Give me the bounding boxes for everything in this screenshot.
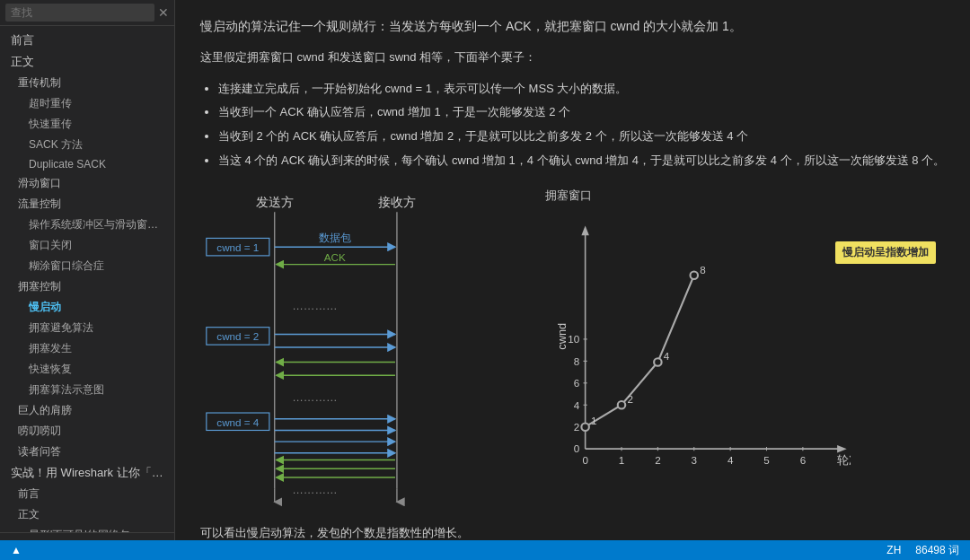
- chart-title: 拥塞窗口: [545, 188, 945, 204]
- main-content: 慢启动的算法记住一个规则就行：当发送方每收到一个 ACK，就把塞窗口 cwnd …: [175, 0, 970, 560]
- cwnd2-label: cwnd = 2: [216, 331, 259, 343]
- sidebar-item[interactable]: 巨人的肩膀: [0, 400, 174, 421]
- sidebar-item[interactable]: 流量控制: [0, 194, 174, 214]
- sidebar-item[interactable]: 窗口关闭: [0, 235, 174, 256]
- intro-text: 慢启动的算法记住一个规则就行：当发送方每收到一个 ACK，就把塞窗口 cwnd …: [200, 16, 945, 38]
- svg-text:1: 1: [619, 454, 625, 466]
- svg-point-59: [691, 272, 699, 280]
- sidebar-item[interactable]: 读者问答: [0, 442, 174, 462]
- sidebar-item[interactable]: 糊涂窗口综合症: [0, 256, 174, 276]
- svg-text:1: 1: [591, 415, 597, 426]
- svg-marker-28: [581, 226, 589, 236]
- bullet-item: 当收到一个 ACK 确认应答后，cwnd 增加 1，于是一次能够发送 2 个: [218, 101, 945, 124]
- svg-text:4: 4: [728, 454, 734, 466]
- sidebar-item[interactable]: 慢启动: [0, 297, 174, 318]
- search-bar: ✕: [0, 0, 174, 26]
- lang-indicator: ZH: [886, 544, 901, 556]
- sidebar-item[interactable]: 前言: [0, 484, 174, 504]
- svg-marker-29: [837, 445, 847, 453]
- close-icon[interactable]: ✕: [158, 6, 169, 19]
- svg-text:0: 0: [574, 443, 580, 455]
- sidebar-item[interactable]: SACK 方法: [0, 135, 174, 155]
- svg-text:4: 4: [574, 399, 580, 411]
- svg-text:…………: …………: [292, 392, 338, 405]
- status-left: ▲: [11, 544, 22, 556]
- svg-text:0: 0: [582, 454, 588, 466]
- chart-area: 拥塞窗口 慢启动呈指数增加 0 2 4 6 8: [545, 188, 945, 506]
- svg-text:6: 6: [800, 454, 807, 466]
- svg-text:cwnd: cwnd: [555, 323, 569, 350]
- diagram-area: 发送方 接收方: [200, 188, 945, 513]
- sidebar-item[interactable]: Duplicate SACK: [0, 155, 174, 173]
- bullet-list: 连接建立完成后，一开始初始化 cwnd = 1，表示可以传一个 MSS 大小的数…: [200, 78, 945, 174]
- sidebar-item[interactable]: 唠叨唠叨: [0, 421, 174, 442]
- svg-text:轮次: 轮次: [837, 453, 851, 467]
- sidebar-item[interactable]: 操作系统缓冲区与滑动窗口的关系: [0, 214, 174, 235]
- svg-text:6: 6: [574, 377, 580, 389]
- svg-text:…………: …………: [292, 484, 338, 496]
- sidebar-item[interactable]: 拥塞避免算法: [0, 318, 174, 338]
- sidebar-item[interactable]: 正文: [0, 51, 174, 73]
- status-bar: ▲ ZH 86498 词: [0, 540, 970, 560]
- sidebar-item[interactable]: 重传机制: [0, 73, 174, 93]
- svg-text:2: 2: [574, 421, 580, 433]
- svg-point-58: [654, 359, 662, 367]
- bullet-item: 当这 4 个的 ACK 确认到来的时候，每个确认 cwnd 增加 1，4 个确认…: [218, 150, 945, 172]
- svg-point-56: [581, 424, 589, 432]
- sidebar-item[interactable]: 显形'不可见'的网络包: [0, 525, 174, 532]
- svg-text:…………: …………: [292, 301, 338, 313]
- sidebar-item[interactable]: 超时重传: [0, 93, 174, 114]
- cwnd1-label: cwnd = 1: [216, 241, 259, 253]
- sidebar-item[interactable]: 拥塞算法示意图: [0, 380, 174, 400]
- sidebar-item[interactable]: 拥塞控制: [0, 276, 174, 297]
- svg-text:8: 8: [700, 264, 706, 276]
- cwnd4-label: cwnd = 4: [216, 416, 259, 428]
- conclusion-content: 可以看出慢启动算法，发包的个数是指数性的增长。: [200, 526, 469, 539]
- sidebar-item[interactable]: 拥塞发生: [0, 338, 174, 359]
- data-pkt-label: 数据包: [319, 232, 351, 244]
- svg-text:3: 3: [692, 454, 698, 466]
- svg-text:5: 5: [763, 454, 770, 466]
- sidebar-item[interactable]: 正文: [0, 504, 174, 525]
- word-count: 86498 词: [915, 543, 959, 558]
- svg-text:4: 4: [664, 351, 670, 363]
- sidebar-nav: 前言正文重传机制超时重传快速重传SACK 方法Duplicate SACK滑动窗…: [0, 26, 174, 532]
- svg-text:2: 2: [655, 454, 661, 466]
- svg-text:8: 8: [574, 355, 580, 367]
- sidebar-item[interactable]: 快速恢复: [0, 359, 174, 380]
- sidebar-item[interactable]: 前言: [0, 30, 174, 51]
- chart-annotation: 慢启动呈指数增加: [835, 241, 936, 264]
- sidebar-item[interactable]: 实战！用 Wireshark 让你「看得见」TCP: [0, 462, 174, 484]
- ack-label: ACK: [324, 251, 346, 263]
- svg-point-57: [618, 401, 626, 409]
- sidebar: ✕ 前言正文重传机制超时重传快速重传SACK 方法Duplicate SACK滑…: [0, 0, 175, 560]
- search-input[interactable]: [5, 4, 154, 22]
- intro-content: 慢启动的算法记住一个规则就行：当发送方每收到一个 ACK，就把塞窗口 cwnd …: [200, 19, 742, 33]
- sidebar-item[interactable]: 滑动窗口: [0, 173, 174, 194]
- sidebar-item[interactable]: 快速重传: [0, 114, 174, 135]
- triangle-icon: ▲: [11, 544, 22, 556]
- bullet-item: 连接建立完成后，一开始初始化 cwnd = 1，表示可以传一个 MSS 大小的数…: [218, 78, 945, 101]
- sender-label: 发送方: [256, 197, 294, 210]
- sequence-diagram: 发送方 接收方: [200, 188, 524, 513]
- svg-text:2: 2: [627, 393, 633, 405]
- svg-text:10: 10: [568, 334, 579, 346]
- receiver-label: 接收方: [378, 197, 416, 210]
- bullet-item: 当收到 2 个的 ACK 确认应答后，cwnd 增加 2，于是就可以比之前多发 …: [218, 126, 945, 148]
- sub-text: 这里假定拥塞窗口 cwnd 和发送窗口 swnd 相等，下面举个栗子：: [200, 48, 945, 67]
